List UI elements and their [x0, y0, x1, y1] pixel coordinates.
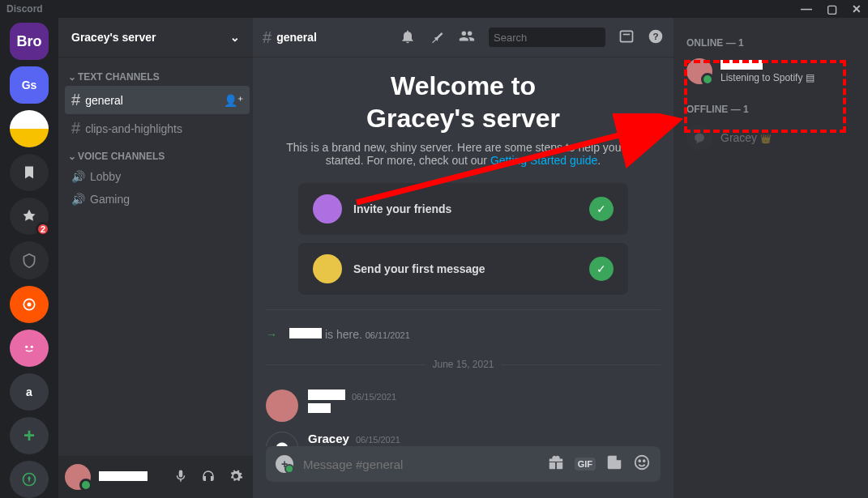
titlebar: Discord — ▢ ✕	[0, 0, 868, 18]
invite-card[interactable]: Invite your friends ✓	[298, 183, 628, 235]
hash-icon: #	[71, 119, 80, 138]
category-text[interactable]: ⌄Text Channels	[65, 63, 250, 86]
guild-list: Bro Gs 2 a +	[0, 18, 58, 498]
message-author[interactable]: Gracey	[308, 432, 349, 445]
member-offline[interactable]: Gracey👑	[680, 121, 862, 154]
guild-item[interactable]	[10, 110, 49, 147]
svg-point-1	[28, 302, 32, 306]
server-name: Gracey's server	[71, 31, 156, 44]
voice-lobby[interactable]: 🔊Lobby	[65, 165, 250, 188]
svg-rect-6	[623, 33, 630, 35]
redacted-content	[308, 403, 331, 413]
channel-general[interactable]: #general 👤⁺	[65, 86, 250, 114]
speaker-icon: 🔊	[71, 193, 85, 206]
message-item: 06/15/2021	[266, 385, 661, 427]
settings-icon[interactable]	[225, 466, 246, 489]
channel-clips[interactable]: #clips-and-highlights	[65, 114, 250, 143]
close-icon[interactable]: ✕	[852, 2, 862, 15]
composer: + GIF	[253, 446, 673, 498]
app-name: Discord	[6, 3, 43, 15]
guild-item[interactable]	[10, 154, 49, 191]
svg-point-10	[639, 460, 640, 462]
svg-rect-5	[621, 31, 633, 41]
server-header[interactable]: Gracey's server ⌄	[58, 18, 253, 57]
member-list-icon[interactable]	[458, 28, 476, 48]
attach-button[interactable]: +	[276, 455, 293, 473]
redacted-username	[308, 389, 345, 400]
invite-icon[interactable]: 👤⁺	[224, 94, 243, 107]
gif-button[interactable]: GIF	[575, 458, 596, 470]
channel-title: general	[276, 31, 317, 44]
svg-point-3	[31, 345, 33, 347]
chat-header: #general ?	[253, 18, 673, 57]
member-avatar	[686, 58, 712, 84]
avatar[interactable]	[266, 389, 298, 422]
user-avatar[interactable]	[65, 464, 91, 490]
search-box[interactable]	[489, 28, 605, 47]
check-icon: ✓	[589, 257, 614, 281]
message-item: Gracey06/15/2021 check	[266, 427, 661, 446]
minimize-icon[interactable]: —	[801, 2, 812, 15]
headphones-icon[interactable]	[198, 466, 219, 489]
guild-selected[interactable]: Gs	[10, 66, 49, 104]
username[interactable]	[97, 471, 164, 483]
svg-point-11	[644, 460, 645, 462]
guild-item[interactable]: 2	[10, 198, 49, 235]
mic-icon[interactable]	[170, 466, 191, 489]
hash-icon: #	[71, 91, 80, 109]
avatar[interactable]	[266, 432, 298, 446]
pinned-icon[interactable]	[429, 28, 445, 47]
welcome-title1: Welcome to	[266, 70, 661, 102]
member-avatar	[686, 125, 712, 151]
sticker-icon[interactable]	[605, 453, 623, 475]
channel-sidebar: Gracey's server ⌄ ⌄Text Channels #genera…	[58, 18, 253, 498]
redacted-username	[289, 328, 322, 338]
category-voice[interactable]: ⌄Voice Channels	[65, 143, 250, 165]
guild-item[interactable]	[10, 241, 49, 279]
crown-icon: 👑	[760, 134, 772, 143]
speaker-icon: 🔊	[71, 170, 85, 183]
inbox-icon[interactable]	[618, 28, 635, 47]
welcome-desc: This is a brand new, shiny server. Here …	[266, 141, 661, 167]
message-input[interactable]	[303, 458, 537, 471]
send-message-card[interactable]: Send your first message ✓	[298, 243, 628, 295]
system-join-message: → is here. 06/11/2021	[266, 325, 661, 344]
chevron-down-icon: ⌄	[230, 31, 240, 44]
welcome-block: Welcome to Gracey's server This is a bra…	[266, 70, 661, 167]
emoji-icon[interactable]	[633, 453, 651, 475]
notifications-icon[interactable]	[400, 28, 416, 47]
help-icon[interactable]: ?	[648, 28, 664, 47]
join-arrow-icon: →	[266, 328, 277, 341]
offline-header: Offline — 1	[680, 97, 862, 121]
svg-point-9	[635, 455, 649, 469]
add-server-button[interactable]: +	[10, 417, 49, 454]
explore-button[interactable]	[10, 461, 49, 498]
hash-icon: #	[263, 28, 272, 47]
message-input-box[interactable]: + GIF	[266, 446, 661, 482]
getting-started-link[interactable]: Getting Started guide	[490, 154, 597, 167]
message-list: Welcome to Gracey's server This is a bra…	[253, 57, 673, 446]
redacted-username	[720, 60, 763, 70]
search-input[interactable]	[494, 32, 630, 44]
gift-icon[interactable]	[547, 453, 565, 475]
guild-a[interactable]: a	[10, 373, 49, 411]
rich-presence-icon: ▤	[806, 72, 815, 83]
guild-item[interactable]	[10, 286, 49, 323]
svg-point-2	[25, 345, 28, 347]
welcome-title2: Gracey's server	[266, 102, 661, 134]
date-divider: June 15, 2021	[266, 359, 661, 370]
check-icon: ✓	[589, 197, 614, 221]
guild-item[interactable]	[10, 330, 49, 367]
svg-text:?: ?	[652, 31, 658, 41]
online-header: Online — 1	[680, 31, 862, 55]
message-icon	[313, 254, 342, 283]
member-online[interactable]: Listening to Spotify ▤	[680, 55, 862, 87]
member-list: Online — 1 Listening to Spotify ▤ Offlin…	[673, 18, 868, 498]
chat-area: #general ? Welcome to Gracey's server Th…	[253, 18, 673, 498]
notification-badge: 2	[36, 222, 50, 236]
invite-icon	[313, 194, 342, 223]
user-panel	[58, 456, 253, 498]
maximize-icon[interactable]: ▢	[827, 2, 837, 15]
voice-gaming[interactable]: 🔊Gaming	[65, 188, 250, 211]
guild-bro[interactable]: Bro	[10, 23, 49, 60]
